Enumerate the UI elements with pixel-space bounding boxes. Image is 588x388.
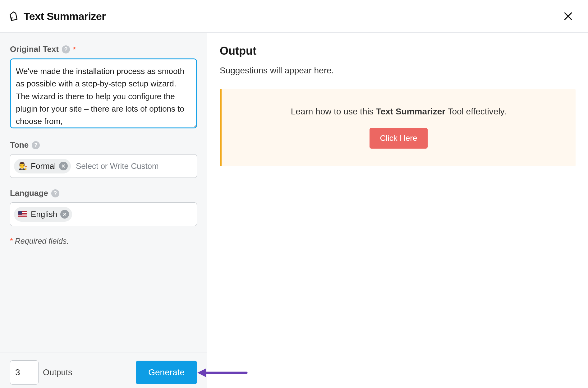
outputs-count-input[interactable] [10, 360, 39, 385]
tone-chip-remove[interactable] [59, 162, 68, 170]
help-icon[interactable]: ? [62, 45, 70, 53]
learn-suffix: Tool effectively. [445, 107, 506, 116]
original-text-input[interactable] [10, 58, 197, 128]
original-text-label: Original Text [10, 44, 59, 54]
outputs-label: Outputs [43, 368, 72, 377]
learn-callout: Learn how to use this Text Summarizer To… [220, 89, 576, 166]
main: Original Text ? * Tone ? 👨‍⚖️ Formal [0, 33, 588, 388]
close-button[interactable] [561, 9, 576, 24]
required-star-icon: * [10, 237, 13, 245]
outputs-group: Outputs [10, 360, 72, 385]
left-panel: Original Text ? * Tone ? 👨‍⚖️ Formal [0, 33, 207, 388]
tone-label: Tone [10, 140, 29, 150]
language-label: Language [10, 188, 48, 198]
help-icon[interactable]: ? [32, 141, 40, 149]
summarizer-icon [7, 11, 18, 21]
field-language: Language ? English [10, 188, 197, 226]
field-original-text: Original Text ? * [10, 44, 197, 130]
form-area: Original Text ? * Tone ? 👨‍⚖️ Formal [0, 33, 207, 353]
tone-chip-label: Formal [31, 161, 56, 171]
language-chip: English [14, 207, 72, 222]
required-star-icon: * [73, 45, 76, 53]
formal-emoji-icon: 👨‍⚖️ [18, 162, 28, 170]
page-title: Text Summarizer [24, 10, 106, 22]
learn-bold: Text Summarizer [376, 107, 446, 116]
help-icon[interactable]: ? [51, 189, 59, 197]
tone-placeholder: Select or Write Custom [76, 161, 159, 171]
right-panel: Output Suggestions will appear here. Lea… [207, 33, 588, 388]
language-chip-label: English [31, 210, 57, 219]
header-left: Text Summarizer [7, 10, 106, 22]
header: Text Summarizer [0, 0, 588, 33]
output-title: Output [220, 44, 576, 58]
learn-text: Learn how to use this Text Summarizer To… [234, 107, 563, 117]
label-row: Tone ? [10, 140, 197, 150]
click-here-button[interactable]: Click Here [370, 128, 428, 149]
tone-input[interactable]: 👨‍⚖️ Formal Select or Write Custom [10, 154, 197, 178]
generate-button[interactable]: Generate [136, 361, 197, 384]
footer-bar: Outputs Generate [0, 353, 207, 388]
us-flag-icon [18, 211, 27, 217]
label-row: Language ? [10, 188, 197, 198]
learn-prefix: Learn how to use this [291, 107, 376, 116]
required-note-text: Required fields. [15, 237, 69, 245]
label-row: Original Text ? * [10, 44, 197, 54]
field-tone: Tone ? 👨‍⚖️ Formal Select or Write Custo… [10, 140, 197, 178]
tone-chip: 👨‍⚖️ Formal [14, 159, 71, 173]
language-input[interactable]: English [10, 202, 197, 226]
language-chip-remove[interactable] [60, 210, 69, 219]
required-note: *Required fields. [10, 237, 197, 246]
output-placeholder: Suggestions will appear here. [220, 66, 576, 76]
